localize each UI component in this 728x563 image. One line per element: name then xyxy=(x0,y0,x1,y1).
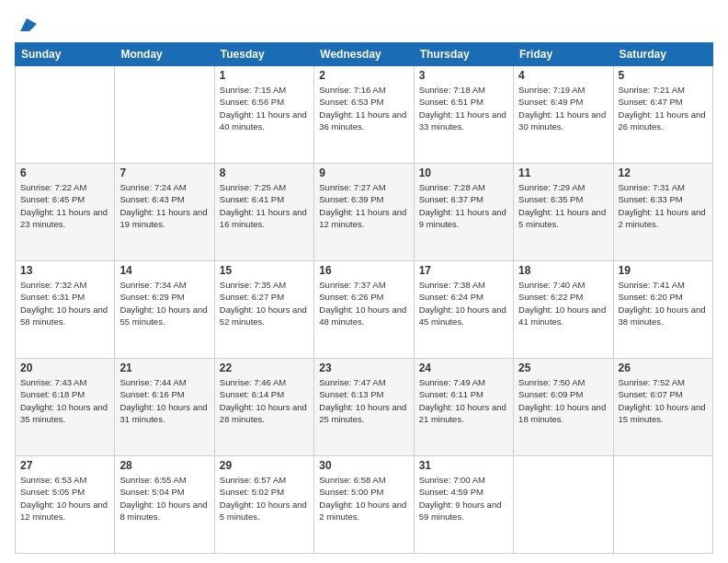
day-number: 18 xyxy=(518,264,608,277)
day-info: Sunrise: 6:57 AM Sunset: 5:02 PM Dayligh… xyxy=(220,474,309,523)
day-info: Sunrise: 7:19 AM Sunset: 6:49 PM Dayligh… xyxy=(518,84,608,132)
calendar-cell: 22Sunrise: 7:46 AM Sunset: 6:14 PM Dayli… xyxy=(214,359,313,456)
day-info: Sunrise: 7:41 AM Sunset: 6:20 PM Dayligh… xyxy=(619,279,708,327)
day-info: Sunrise: 6:55 AM Sunset: 5:04 PM Dayligh… xyxy=(119,474,209,523)
day-number: 5 xyxy=(619,69,708,82)
calendar-cell: 5Sunrise: 7:21 AM Sunset: 6:47 PM Daylig… xyxy=(613,66,712,164)
day-info: Sunrise: 7:25 AM Sunset: 6:41 PM Dayligh… xyxy=(220,181,309,230)
day-number: 31 xyxy=(419,459,508,472)
day-info: Sunrise: 7:32 AM Sunset: 6:31 PM Dayligh… xyxy=(20,279,109,327)
day-number: 27 xyxy=(20,459,109,472)
calendar-cell: 1Sunrise: 7:15 AM Sunset: 6:56 PM Daylig… xyxy=(214,66,313,164)
day-number: 15 xyxy=(220,264,309,277)
calendar-cell: 16Sunrise: 7:37 AM Sunset: 6:26 PM Dayli… xyxy=(314,261,414,359)
day-info: Sunrise: 7:37 AM Sunset: 6:26 PM Dayligh… xyxy=(319,279,408,327)
day-number: 14 xyxy=(119,264,209,277)
calendar-cell xyxy=(16,66,115,164)
calendar-table: SundayMondayTuesdayWednesdayThursdayFrid… xyxy=(15,42,713,554)
day-number: 9 xyxy=(319,167,408,179)
day-info: Sunrise: 7:29 AM Sunset: 6:35 PM Dayligh… xyxy=(518,181,608,230)
day-info: Sunrise: 7:28 AM Sunset: 6:37 PM Dayligh… xyxy=(419,181,508,230)
calendar-cell: 7Sunrise: 7:24 AM Sunset: 6:43 PM Daylig… xyxy=(115,164,214,261)
day-info: Sunrise: 7:52 AM Sunset: 6:07 PM Dayligh… xyxy=(619,376,708,425)
calendar-cell: 25Sunrise: 7:50 AM Sunset: 6:09 PM Dayli… xyxy=(514,359,613,456)
header xyxy=(15,11,713,35)
day-info: Sunrise: 7:44 AM Sunset: 6:16 PM Dayligh… xyxy=(119,376,209,425)
calendar-cell: 11Sunrise: 7:29 AM Sunset: 6:35 PM Dayli… xyxy=(514,164,613,261)
calendar-cell: 4Sunrise: 7:19 AM Sunset: 6:49 PM Daylig… xyxy=(514,66,613,164)
day-info: Sunrise: 7:16 AM Sunset: 6:53 PM Dayligh… xyxy=(319,84,408,132)
day-number: 20 xyxy=(20,362,109,374)
calendar-cell: 13Sunrise: 7:32 AM Sunset: 6:31 PM Dayli… xyxy=(16,261,115,359)
day-number: 28 xyxy=(119,459,209,472)
day-number: 11 xyxy=(518,167,608,179)
day-number: 22 xyxy=(220,362,309,374)
weekday-header-monday: Monday xyxy=(115,43,214,66)
day-number: 26 xyxy=(619,362,708,374)
calendar-week-row: 27Sunrise: 6:53 AM Sunset: 5:05 PM Dayli… xyxy=(16,456,713,554)
calendar-cell: 21Sunrise: 7:44 AM Sunset: 6:16 PM Dayli… xyxy=(115,359,214,456)
logo-icon xyxy=(17,15,37,35)
calendar-cell: 15Sunrise: 7:35 AM Sunset: 6:27 PM Dayli… xyxy=(214,261,313,359)
weekday-header-thursday: Thursday xyxy=(414,43,513,66)
svg-marker-0 xyxy=(20,18,37,31)
day-info: Sunrise: 7:27 AM Sunset: 6:39 PM Dayligh… xyxy=(319,181,408,230)
weekday-header-sunday: Sunday xyxy=(16,43,115,66)
day-number: 1 xyxy=(220,69,309,82)
day-number: 10 xyxy=(419,167,508,179)
day-number: 3 xyxy=(419,69,508,82)
day-number: 17 xyxy=(419,264,508,277)
weekday-header-friday: Friday xyxy=(514,43,613,66)
day-number: 8 xyxy=(220,167,309,179)
day-info: Sunrise: 7:35 AM Sunset: 6:27 PM Dayligh… xyxy=(220,279,309,327)
day-info: Sunrise: 7:31 AM Sunset: 6:33 PM Dayligh… xyxy=(619,181,708,230)
calendar-cell: 2Sunrise: 7:16 AM Sunset: 6:53 PM Daylig… xyxy=(314,66,414,164)
day-number: 21 xyxy=(119,362,209,374)
calendar-cell: 28Sunrise: 6:55 AM Sunset: 5:04 PM Dayli… xyxy=(115,456,214,554)
calendar-cell: 20Sunrise: 7:43 AM Sunset: 6:18 PM Dayli… xyxy=(16,359,115,456)
calendar-cell xyxy=(613,456,712,554)
weekday-header-tuesday: Tuesday xyxy=(214,43,313,66)
main-container: SundayMondayTuesdayWednesdayThursdayFrid… xyxy=(0,0,728,563)
calendar-cell: 12Sunrise: 7:31 AM Sunset: 6:33 PM Dayli… xyxy=(613,164,712,261)
calendar-cell: 14Sunrise: 7:34 AM Sunset: 6:29 PM Dayli… xyxy=(115,261,214,359)
calendar-cell: 6Sunrise: 7:22 AM Sunset: 6:45 PM Daylig… xyxy=(16,164,115,261)
calendar-cell: 17Sunrise: 7:38 AM Sunset: 6:24 PM Dayli… xyxy=(414,261,513,359)
calendar-cell: 27Sunrise: 6:53 AM Sunset: 5:05 PM Dayli… xyxy=(16,456,115,554)
day-info: Sunrise: 7:40 AM Sunset: 6:22 PM Dayligh… xyxy=(518,279,608,327)
day-number: 24 xyxy=(419,362,508,374)
day-info: Sunrise: 7:15 AM Sunset: 6:56 PM Dayligh… xyxy=(220,84,309,132)
logo xyxy=(15,15,37,35)
day-info: Sunrise: 6:58 AM Sunset: 5:00 PM Dayligh… xyxy=(319,474,408,523)
calendar-cell: 26Sunrise: 7:52 AM Sunset: 6:07 PM Dayli… xyxy=(613,359,712,456)
calendar-cell xyxy=(115,66,214,164)
day-number: 4 xyxy=(518,69,608,82)
calendar-cell: 29Sunrise: 6:57 AM Sunset: 5:02 PM Dayli… xyxy=(214,456,313,554)
calendar-cell xyxy=(514,456,613,554)
calendar-week-row: 13Sunrise: 7:32 AM Sunset: 6:31 PM Dayli… xyxy=(16,261,713,359)
day-number: 16 xyxy=(319,264,408,277)
weekday-header-wednesday: Wednesday xyxy=(314,43,414,66)
calendar-cell: 8Sunrise: 7:25 AM Sunset: 6:41 PM Daylig… xyxy=(214,164,313,261)
day-number: 12 xyxy=(619,167,708,179)
day-number: 25 xyxy=(518,362,608,374)
weekday-header-saturday: Saturday xyxy=(613,43,712,66)
calendar-cell: 3Sunrise: 7:18 AM Sunset: 6:51 PM Daylig… xyxy=(414,66,513,164)
day-info: Sunrise: 7:22 AM Sunset: 6:45 PM Dayligh… xyxy=(20,181,109,230)
day-info: Sunrise: 7:50 AM Sunset: 6:09 PM Dayligh… xyxy=(518,376,608,425)
weekday-header-row: SundayMondayTuesdayWednesdayThursdayFrid… xyxy=(16,43,713,66)
calendar-week-row: 6Sunrise: 7:22 AM Sunset: 6:45 PM Daylig… xyxy=(16,164,713,261)
day-info: Sunrise: 7:21 AM Sunset: 6:47 PM Dayligh… xyxy=(619,84,708,132)
day-number: 30 xyxy=(319,459,408,472)
day-number: 13 xyxy=(20,264,109,277)
calendar-week-row: 1Sunrise: 7:15 AM Sunset: 6:56 PM Daylig… xyxy=(16,66,713,164)
day-number: 19 xyxy=(619,264,708,277)
day-info: Sunrise: 7:47 AM Sunset: 6:13 PM Dayligh… xyxy=(319,376,408,425)
day-info: Sunrise: 7:18 AM Sunset: 6:51 PM Dayligh… xyxy=(419,84,508,132)
calendar-cell: 24Sunrise: 7:49 AM Sunset: 6:11 PM Dayli… xyxy=(414,359,513,456)
day-info: Sunrise: 7:24 AM Sunset: 6:43 PM Dayligh… xyxy=(119,181,209,230)
calendar-cell: 30Sunrise: 6:58 AM Sunset: 5:00 PM Dayli… xyxy=(314,456,414,554)
day-info: Sunrise: 7:00 AM Sunset: 4:59 PM Dayligh… xyxy=(419,474,508,523)
day-info: Sunrise: 7:34 AM Sunset: 6:29 PM Dayligh… xyxy=(119,279,209,327)
calendar-cell: 31Sunrise: 7:00 AM Sunset: 4:59 PM Dayli… xyxy=(414,456,513,554)
